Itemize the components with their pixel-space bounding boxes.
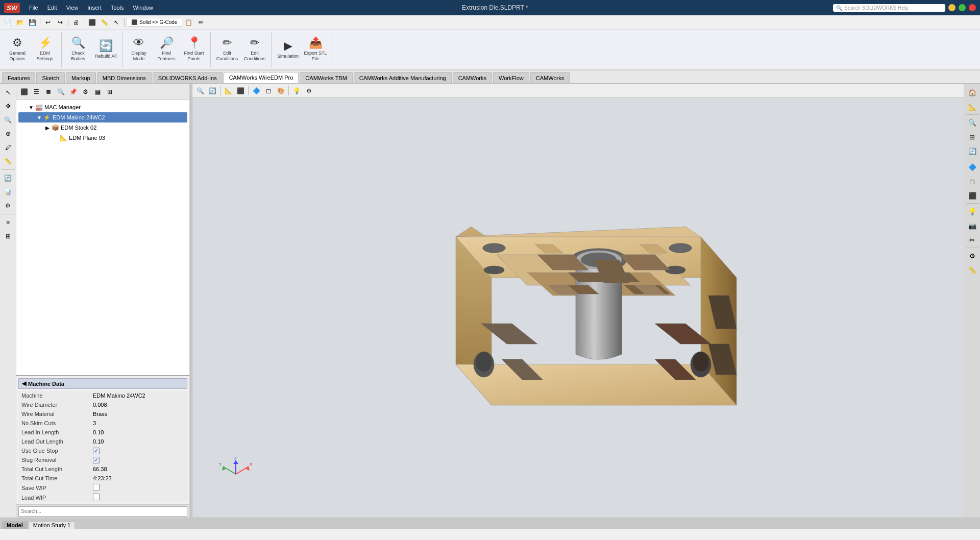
view-edges[interactable]: ◻ [263, 85, 274, 96]
vert-zoom-in[interactable]: ⊕ [2, 127, 15, 140]
value-wire-diam: 0.008 [93, 402, 184, 408]
tab-workflow[interactable]: WorkFlow [493, 72, 529, 83]
vert-extra2[interactable]: ⊞ [2, 230, 15, 243]
tree-edm-stock[interactable]: ▶ 📦 EDM Stock 02 [18, 122, 187, 133]
right-section[interactable]: ✂ [966, 233, 979, 247]
status-tab-motion[interactable]: Motion Study 1 [29, 521, 75, 529]
edm-stock-expand[interactable]: ▶ [44, 124, 51, 131]
vert-extra1[interactable]: ≡ [2, 216, 15, 229]
tree-mac-manager[interactable]: ▼ 🏭 MAC Manager [18, 102, 187, 112]
vert-sketch[interactable]: 🖊 [2, 141, 15, 154]
right-camera[interactable]: 📷 [966, 219, 979, 232]
tab-camworks-wire[interactable]: CAMWorks WireEDM Pro [224, 72, 299, 83]
view-color[interactable]: 🎨 [275, 85, 286, 96]
view-wireframe[interactable]: ⬛ [235, 85, 246, 96]
checkbox-glue-stop[interactable] [93, 448, 100, 454]
toolbar-new[interactable]: 📄 [2, 17, 13, 28]
right-home[interactable]: 🏠 [966, 86, 979, 99]
tab-camworks-additive[interactable]: CAMWorks Additive Manufacturing [354, 72, 452, 83]
post-nc-code-btn[interactable]: 📋 [183, 17, 194, 28]
tab-camworks-tbm[interactable]: CAMWorks TBM [300, 72, 353, 83]
menu-view[interactable]: View [62, 4, 83, 12]
tab-camworks[interactable]: CAMWorks [453, 72, 492, 83]
toolbar-3d[interactable]: ⬛ [86, 17, 97, 28]
search-bar[interactable]: 🔍 Search SOLIDWORKS Help [833, 4, 945, 12]
menu-edit[interactable]: Edit [43, 4, 61, 12]
tab-camworks2[interactable]: CAMWorks [530, 72, 570, 83]
edm-makino-expand[interactable]: ▼ [36, 114, 43, 121]
general-options-btn[interactable]: ⚙ General Options [4, 32, 31, 67]
vert-settings[interactable]: ⚙ [2, 199, 15, 212]
tab-mbd[interactable]: MBD Dimensions [97, 72, 152, 83]
right-measure[interactable]: 📏 [966, 263, 979, 277]
right-rotate[interactable]: 🔄 [966, 144, 979, 158]
view-rotate[interactable]: 🔄 [207, 85, 218, 96]
right-light[interactable]: 💡 [966, 205, 979, 218]
view-shaded[interactable]: 🔷 [251, 85, 262, 96]
display-mode-btn[interactable]: 👁 Display Mode [126, 32, 152, 67]
tab-markup[interactable]: Markup [66, 72, 96, 83]
tab-sw-addins[interactable]: SOLIDWORKS Add-Ins [153, 72, 223, 83]
view-light[interactable]: 💡 [291, 85, 302, 96]
vert-data[interactable]: 📊 [2, 185, 15, 199]
checkbox-save-wip[interactable] [93, 484, 100, 490]
check-bodies-btn[interactable]: 🔍 Check Bodies [65, 32, 91, 67]
menu-file[interactable]: File [25, 4, 42, 12]
simulation-btn[interactable]: ▶ Simulation [275, 32, 301, 67]
minimize-button[interactable] [948, 4, 955, 11]
checkbox-load-wip[interactable] [93, 494, 100, 500]
vert-pan[interactable]: ✥ [2, 100, 15, 113]
toolbar-redo[interactable]: ↪ [55, 17, 66, 28]
right-zoom[interactable]: 🔍 [966, 116, 979, 129]
export-stl-btn[interactable]: 📤 Export STL File [302, 32, 329, 67]
tree-cam[interactable]: ⚙ [80, 86, 91, 97]
find-start-points-btn[interactable]: 📍 Find Start Points [181, 32, 207, 67]
view-zoom-to-fit[interactable]: 🔍 [194, 85, 206, 96]
tree-details[interactable]: ≣ [43, 86, 54, 97]
menu-window[interactable]: Window [129, 4, 157, 12]
right-shaded[interactable]: 🔷 [966, 160, 979, 174]
edm-settings-btn[interactable]: ⚡ EDM Settings [32, 32, 58, 67]
view-settings[interactable]: ⚙ [303, 85, 314, 96]
mac-manager-expand[interactable]: ▼ [28, 104, 35, 111]
checkbox-slug[interactable] [93, 457, 100, 463]
toolbar-undo[interactable]: ↩ [42, 17, 54, 28]
maximize-button[interactable] [959, 4, 966, 11]
find-features-btn[interactable]: 🔎 Find Features [153, 32, 180, 67]
rebuild-all-btn[interactable]: 🔄 Rebuild All [92, 32, 119, 67]
status-tab-model[interactable]: Model [2, 521, 28, 529]
tree-layers[interactable]: ⊞ [104, 86, 115, 97]
right-fit[interactable]: ⊞ [966, 130, 979, 143]
view-standard[interactable]: 📐 [223, 85, 234, 96]
toolbar-print[interactable]: 🖨 [70, 17, 82, 28]
right-settings2[interactable]: ⚙ [966, 249, 979, 262]
tree-pin[interactable]: 📌 [67, 86, 79, 97]
vert-zoom[interactable]: 🔍 [2, 113, 15, 127]
tree-list[interactable]: ☰ [31, 86, 42, 97]
machine-data-header[interactable]: ◀ Machine Data [18, 378, 187, 389]
tree-search[interactable]: 🔍 [55, 86, 66, 97]
right-view1[interactable]: 📐 [966, 100, 979, 113]
tree-search-input[interactable] [18, 506, 187, 517]
tree-edm-makino[interactable]: ▼ ⚡ EDM Makino 24WC2 [18, 112, 187, 122]
tree-edm-plane[interactable]: 📐 EDM Plane 03 [18, 133, 187, 143]
vert-rotate[interactable]: 🔄 [2, 171, 15, 185]
tree-collapse[interactable]: ⬛ [18, 86, 30, 97]
tab-sketch[interactable]: Sketch [36, 72, 65, 83]
toolbar-measure[interactable]: 📏 [99, 17, 110, 28]
edit-conditions2-btn[interactable]: ✏ Edit Conditions [241, 32, 268, 67]
close-button[interactable] [969, 4, 976, 11]
vert-dimension[interactable]: 📏 [2, 155, 15, 168]
toolbar-select[interactable]: ↖ [111, 17, 122, 28]
menu-tools[interactable]: Tools [107, 4, 128, 12]
tree-filter[interactable]: ▦ [92, 86, 103, 97]
toolbar-save[interactable]: 💾 [27, 17, 38, 28]
right-wireframe[interactable]: ◻ [966, 175, 979, 188]
right-hidden[interactable]: ⬛ [966, 189, 979, 202]
vert-select[interactable]: ↖ [2, 86, 15, 99]
edit-nc-code-btn[interactable]: ✏ [195, 17, 207, 28]
tab-features[interactable]: Features [2, 72, 35, 83]
toolbar-open[interactable]: 📂 [14, 17, 26, 28]
edit-conditions-btn[interactable]: ✏ Edit Conditions [214, 32, 240, 67]
menu-insert[interactable]: Insert [83, 4, 106, 12]
